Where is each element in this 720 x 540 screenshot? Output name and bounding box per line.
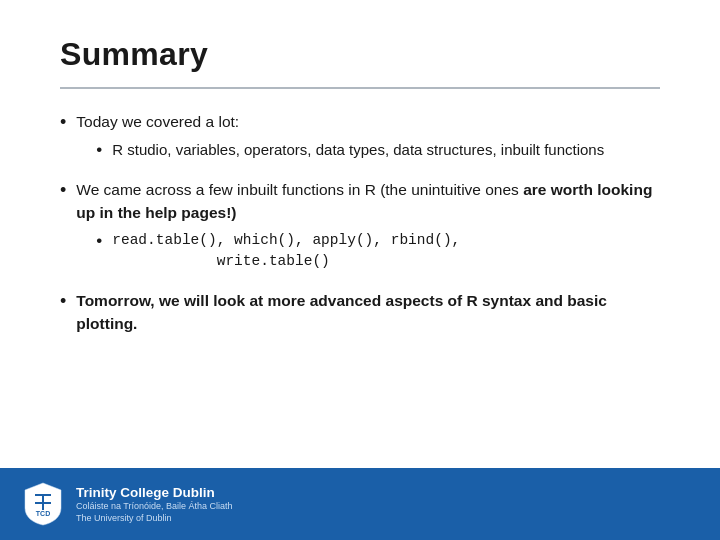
bullet-dot: •: [60, 290, 66, 313]
bullet-text-wrapper: Today we covered a lot: • R studio, vari…: [76, 111, 660, 162]
bullet-text: Tomorrow, we will look at more advanced …: [76, 292, 607, 331]
sub-bullet-text-code: read.table(), which(), apply(), rbind(),…: [112, 230, 660, 272]
bullet-text-wrapper: We came across a few inbuilt functions i…: [76, 179, 660, 272]
slide-title: Summary: [60, 36, 660, 73]
bullet-text-wrapper: Tomorrow, we will look at more advanced …: [76, 290, 660, 335]
footer-university-sub2: The University of Dublin: [76, 513, 233, 525]
slide-content: Summary • Today we covered a lot: • R st…: [0, 0, 720, 468]
footer-university-name: Trinity College Dublin: [76, 484, 233, 502]
svg-text:TCD: TCD: [36, 510, 50, 517]
footer-university-sub1: Coláiste na Tríonóide, Baile Átha Cliath: [76, 501, 233, 513]
list-item: • R studio, variables, operators, data t…: [76, 139, 660, 161]
sub-bullet-dot: •: [96, 139, 102, 161]
bullet-dot: •: [60, 111, 66, 134]
list-item: • Today we covered a lot: • R studio, va…: [60, 111, 660, 162]
sub-list: • R studio, variables, operators, data t…: [76, 139, 660, 161]
slide-footer: TCD Trinity College Dublin Coláiste na T…: [0, 468, 720, 540]
svg-rect-2: [35, 502, 51, 504]
slide-divider: [60, 87, 660, 89]
bullet-text: Today we covered a lot:: [76, 113, 239, 130]
sub-bullet-dot: •: [96, 230, 102, 252]
bullet-dot: •: [60, 179, 66, 202]
list-item: • Tomorrow, we will look at more advance…: [60, 290, 660, 335]
footer-text-block: Trinity College Dublin Coláiste na Tríon…: [76, 484, 233, 525]
sub-list: • read.table(), which(), apply(), rbind(…: [76, 230, 660, 272]
footer-logo: TCD: [24, 482, 62, 526]
sub-bullet-text: R studio, variables, operators, data typ…: [112, 139, 660, 161]
main-bullet-list: • Today we covered a lot: • R studio, va…: [60, 111, 660, 335]
tcd-logo-icon: TCD: [24, 482, 62, 526]
bullet-text: We came across a few inbuilt functions i…: [76, 181, 652, 220]
list-item: • read.table(), which(), apply(), rbind(…: [76, 230, 660, 272]
list-item: • We came across a few inbuilt functions…: [60, 179, 660, 272]
